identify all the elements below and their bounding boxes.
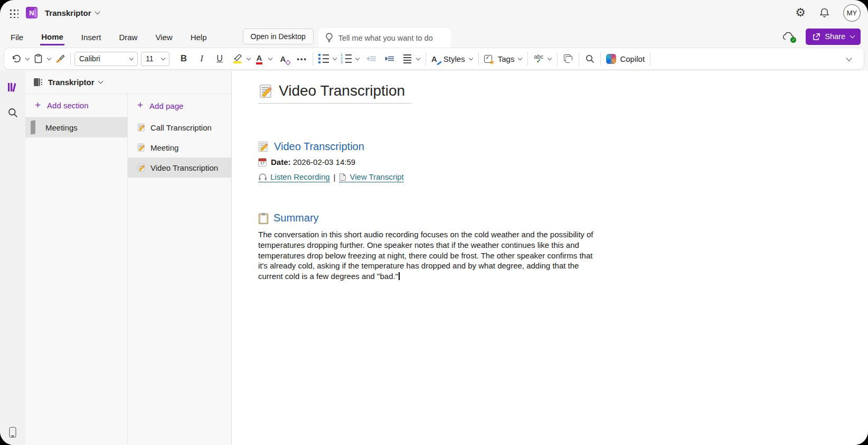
font-size-select[interactable]: 11 (141, 52, 169, 66)
notebook-switcher[interactable]: Transkriptor (25, 71, 231, 94)
mobile-phone-icon[interactable] (10, 427, 16, 438)
menu-home[interactable]: Home (40, 27, 64, 45)
tell-me-placeholder: Tell me what you want to do (338, 34, 433, 42)
styles-icon: A (431, 54, 437, 63)
numbered-list-chevron-icon[interactable] (355, 56, 360, 60)
app-launcher-icon[interactable] (8, 8, 18, 18)
share-button[interactable]: Share (806, 29, 861, 45)
tags-label: Tags (498, 54, 515, 63)
font-color-icon: A (257, 53, 262, 64)
paste-button[interactable] (31, 51, 45, 67)
listen-recording-link[interactable]: Listen Recording (258, 172, 330, 182)
page-label: Video Transcription (150, 163, 218, 172)
summary-heading[interactable]: Summary (258, 212, 868, 224)
content-heading-text: Video Transcription (274, 141, 364, 153)
calendar-icon: 17 (258, 158, 267, 166)
onenote-logo-icon[interactable]: N (26, 7, 37, 18)
paste-chevron-icon[interactable] (47, 56, 51, 60)
decrease-indent-button[interactable] (364, 51, 378, 67)
tags-button[interactable]: ✓ ★ Tags (483, 51, 516, 67)
text-cursor (399, 272, 400, 280)
section-item-meetings[interactable]: Meetings (25, 117, 127, 137)
bold-button[interactable]: B (177, 51, 191, 67)
page-item-call-transcription[interactable]: Call Transcription (128, 117, 231, 137)
notebook-name: Transkriptor (48, 78, 95, 87)
sections-column: + Add section Meetings (25, 94, 128, 445)
tags-icon: ✓ ★ (484, 55, 492, 63)
date-label: Date: (271, 157, 291, 166)
menu-insert[interactable]: Insert (80, 28, 102, 45)
alignment-chevron-icon[interactable] (416, 56, 420, 60)
menu-help[interactable]: Help (190, 28, 208, 45)
left-rail (0, 71, 25, 445)
decrease-indent-icon (366, 55, 376, 62)
copilot-button[interactable]: Copilot (605, 51, 646, 67)
menu-file[interactable]: File (10, 28, 24, 45)
view-transcript-link[interactable]: View Transcript (339, 172, 403, 182)
date-line[interactable]: 17 Date: 2026-02-03 14:59 (258, 157, 868, 166)
divider (650, 52, 650, 66)
alignment-button[interactable] (400, 51, 414, 67)
highlighter-chevron-icon[interactable] (247, 56, 251, 60)
tags-chevron-icon[interactable] (518, 56, 522, 60)
menu-bar: File Home Insert Draw View Help Open in … (0, 25, 868, 48)
styles-button[interactable]: A Styles (430, 51, 467, 67)
section-label: Meetings (45, 123, 78, 132)
links-line: Listen Recording | View Transcript (258, 172, 868, 182)
ribbon-toolbar: Calibri 11 B I U A (4, 48, 864, 70)
italic-button[interactable]: I (195, 51, 209, 67)
sticky-notes-button[interactable] (561, 51, 575, 67)
page-item-meeting[interactable]: Meeting (128, 137, 231, 157)
page-canvas[interactable]: Video Transcription Video Transcription (231, 71, 868, 445)
content-heading[interactable]: Video Transcription (258, 141, 868, 153)
font-name-select[interactable]: Calibri (74, 52, 138, 66)
more-formatting-button[interactable]: ••• (295, 51, 309, 67)
memo-icon (137, 163, 146, 172)
spellcheck-button[interactable]: abc ✓ (532, 51, 545, 67)
app-window: N Transkriptor ⚙ MY File Home Insert Dra… (0, 0, 868, 445)
transcript-page-icon (339, 173, 346, 181)
notifications-bell-icon[interactable] (819, 7, 829, 18)
undo-button[interactable] (10, 51, 23, 67)
avatar[interactable]: MY (843, 4, 861, 22)
clear-formatting-button[interactable]: A (276, 51, 290, 67)
search-button[interactable] (583, 51, 597, 67)
pages-column: + Add page Call Transcription (128, 94, 231, 445)
sticky-notes-icon (564, 54, 572, 63)
underline-button[interactable]: U (213, 51, 227, 67)
search-rail-icon[interactable] (4, 104, 22, 122)
link-separator: | (334, 173, 336, 182)
share-chevron-icon[interactable] (850, 33, 855, 38)
menu-draw[interactable]: Draw (118, 28, 138, 45)
format-painter-button[interactable] (53, 51, 67, 67)
page-title-field[interactable]: Video Transcription (258, 80, 411, 104)
font-color-chevron-icon[interactable] (268, 56, 272, 60)
settings-gear-icon[interactable]: ⚙ (795, 7, 806, 18)
undo-chevron-icon[interactable] (25, 56, 30, 60)
divider (426, 52, 426, 66)
notebooks-library-icon[interactable] (4, 78, 22, 96)
add-section-button[interactable]: + Add section (25, 94, 127, 117)
bullet-list-chevron-icon[interactable] (333, 56, 337, 60)
headphones-icon (258, 173, 267, 181)
share-icon (812, 33, 820, 41)
numbered-list-button[interactable]: 1 2 3 (338, 51, 353, 67)
increase-indent-button[interactable] (382, 51, 396, 67)
styles-chevron-icon[interactable] (468, 56, 473, 60)
open-in-desktop-button[interactable]: Open in Desktop (243, 29, 314, 44)
bullet-list-button[interactable] (317, 51, 331, 67)
notebook-chevron-icon (98, 79, 103, 84)
chevron-down-icon[interactable] (95, 9, 100, 14)
ribbon-collapse-chevron-icon[interactable] (846, 55, 852, 61)
notebook-title[interactable]: Transkriptor (45, 8, 91, 17)
spellcheck-chevron-icon[interactable] (548, 56, 552, 60)
tell-me-box[interactable]: Tell me what you want to do (319, 28, 451, 48)
menu-view[interactable]: View (154, 28, 173, 45)
add-page-button[interactable]: + Add page (128, 94, 231, 117)
highlighter-button[interactable] (231, 51, 244, 67)
font-color-button[interactable]: A (252, 51, 266, 67)
summary-text: The conversation in this short audio rec… (258, 230, 593, 281)
summary-paragraph[interactable]: The conversation in this short audio rec… (258, 229, 602, 282)
page-item-video-transcription[interactable]: Video Transcription (128, 157, 231, 178)
divider (557, 52, 558, 66)
